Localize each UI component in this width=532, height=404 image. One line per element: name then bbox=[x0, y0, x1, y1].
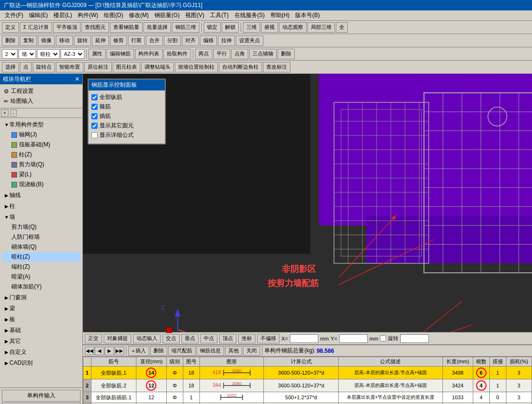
menu-modify[interactable]: 修改(M) bbox=[126, 10, 152, 20]
btn-set-grip[interactable]: 设置夹点 bbox=[236, 36, 263, 46]
btn-mirror[interactable]: 镜像 bbox=[38, 36, 55, 46]
menu-element[interactable]: 构件(W) bbox=[75, 10, 101, 20]
btn-insert-rebar[interactable]: + 插入 bbox=[128, 346, 149, 356]
sidebar-item-column[interactable]: 柱(Z) bbox=[2, 150, 81, 160]
btn-rebar-3d[interactable]: 钢筋三维 bbox=[172, 22, 199, 33]
btn-two-point[interactable]: 两点 bbox=[195, 49, 212, 59]
sidebar-item-darkcolumn[interactable]: 暗柱(Z) bbox=[2, 252, 81, 262]
sidebar-collapse-all[interactable]: - bbox=[10, 109, 17, 117]
rebar-table-container[interactable]: 筋号 直径(mm) 级别 图号 图形 计算公式 公式描述 长度(mm) 根数 搭… bbox=[83, 357, 532, 404]
btn-scale-rebar[interactable]: 缩尺配筋 bbox=[168, 346, 196, 356]
btn-find[interactable]: 查找图元 bbox=[81, 22, 109, 33]
btn-delete-aux[interactable]: 删除 bbox=[278, 49, 295, 59]
sidebar-cad-header[interactable]: ▶ CAD识别 bbox=[2, 358, 81, 368]
sidebar-item-civil-wall[interactable]: 人防门框墙 bbox=[2, 232, 81, 242]
checkbox-show-other[interactable]: 显示其它圆元 bbox=[91, 122, 162, 130]
btn-element-list[interactable]: 构件列表 bbox=[135, 49, 162, 59]
btn-calculate[interactable]: Σ 汇总计算 bbox=[20, 22, 52, 33]
checkbox-all-longi[interactable]: 全部纵筋 bbox=[91, 93, 162, 101]
sidebar-item-masonry-rebar[interactable]: 砌体加筋(Y) bbox=[2, 282, 81, 292]
btn-rotate[interactable]: 旋转 bbox=[74, 36, 91, 46]
btn-other[interactable]: 其他 bbox=[225, 346, 242, 356]
rotate-checkbox[interactable] bbox=[380, 335, 386, 341]
sidebar-drawing-input[interactable]: ✏ 绘图输入 bbox=[2, 96, 81, 106]
wall-type-selector[interactable]: 墙 bbox=[18, 49, 36, 59]
sidebar-column-header[interactable]: ▶ 柱 bbox=[2, 201, 81, 211]
element-id-selector[interactable]: AZ-3 bbox=[61, 49, 84, 59]
table-row[interactable]: 3全部纵筋插筋.112Φ11033500+1.2*37*d本层露出长度+节点设置… bbox=[83, 392, 532, 403]
btn-split[interactable]: 分割 bbox=[164, 36, 181, 46]
table-row[interactable]: 2全部纵筋.212Φ18344 30803600-500-120+37*d层高-… bbox=[83, 379, 532, 392]
btn-move[interactable]: 移动 bbox=[56, 36, 73, 46]
menu-edit[interactable]: 编辑(E) bbox=[26, 10, 51, 20]
btn-property[interactable]: 属性 bbox=[89, 49, 106, 59]
sidebar-item-raft[interactable]: 筏板基础(M) bbox=[2, 140, 81, 150]
checkbox-all-longi-input[interactable] bbox=[91, 94, 98, 100]
sidebar-beam-header[interactable]: ▶ 梁 bbox=[2, 304, 81, 314]
status-btn-intersect[interactable]: 交点 bbox=[162, 334, 180, 343]
sidebar-item-axis[interactable]: 轴网(J) bbox=[2, 130, 81, 140]
btn-auto-corner[interactable]: 自动判断边角柱 bbox=[219, 62, 262, 72]
btn-offset[interactable]: 编移 bbox=[200, 36, 217, 46]
btn-merge[interactable]: 合并 bbox=[146, 36, 163, 46]
sidebar-item-masonry[interactable]: 砌体墙(Q) bbox=[2, 242, 81, 252]
canvas-area[interactable]: 钢筋显示控制面板 全部纵筋 箍筋 插筋 bbox=[83, 74, 532, 404]
btn-local-3d[interactable]: 局部三维 bbox=[307, 22, 335, 33]
sidebar-item-shearwall2[interactable]: 剪力墙(Q) bbox=[2, 222, 81, 232]
rotate-input[interactable]: 0.000 bbox=[400, 334, 429, 343]
btn-align[interactable]: 对齐 bbox=[182, 36, 199, 46]
btn-topview[interactable]: 俯视 bbox=[261, 22, 278, 33]
sidebar-door-header[interactable]: ▶ 门窗洞 bbox=[2, 293, 81, 303]
checkbox-insert-input[interactable] bbox=[91, 113, 98, 119]
btn-stretch[interactable]: 拉伸 bbox=[218, 36, 235, 46]
sidebar-foundation-header[interactable]: ▶ 基础 bbox=[2, 325, 81, 335]
btn-rotate-point[interactable]: 旋转点 bbox=[33, 62, 55, 72]
status-btn-perp[interactable]: 垂点 bbox=[181, 334, 198, 343]
sidebar-custom-header[interactable]: ▶ 自定义 bbox=[2, 347, 81, 357]
menu-file[interactable]: 文件(F) bbox=[2, 10, 26, 20]
checkbox-detail-formula-input[interactable] bbox=[91, 132, 98, 138]
btn-define[interactable]: 定义 bbox=[2, 22, 19, 33]
btn-draw-by-wall[interactable]: 按墙位置绘制柱 bbox=[175, 62, 218, 72]
btn-column-table[interactable]: 图元柱表 bbox=[113, 62, 140, 72]
sidebar-item-slab[interactable]: 现浇板(B) bbox=[2, 180, 81, 189]
btn-delete[interactable]: 删除 bbox=[2, 36, 19, 46]
btn-rebar-info[interactable]: 钢筋信息 bbox=[197, 346, 224, 356]
btn-smart-place[interactable]: 智能布置 bbox=[56, 62, 83, 72]
btn-dynamic-observe[interactable]: 动态观察 bbox=[279, 22, 307, 33]
btn-adjust-end[interactable]: 调整钻端头 bbox=[141, 62, 174, 72]
checkbox-show-other-input[interactable] bbox=[91, 123, 98, 129]
btn-extend[interactable]: 延伸 bbox=[92, 36, 109, 46]
sidebar-axis-header[interactable]: ▶ 轴线 bbox=[2, 190, 81, 200]
sidebar-expand-all[interactable]: + bbox=[1, 109, 9, 117]
y-input[interactable] bbox=[339, 334, 368, 343]
menu-view[interactable]: 视图(V) bbox=[182, 10, 207, 20]
menu-tools[interactable]: 工具(T) bbox=[207, 10, 231, 20]
btn-nav-last[interactable]: ▶▶ bbox=[115, 347, 124, 355]
status-btn-noshift[interactable]: 不偏移 bbox=[257, 334, 280, 343]
sidebar-item-shearwall[interactable]: 剪力墙(Q) bbox=[2, 160, 81, 170]
btn-trim[interactable]: 修剪 bbox=[110, 36, 127, 46]
sidebar-close-icon[interactable]: ✕ bbox=[75, 76, 80, 82]
btn-floor-align[interactable]: 平齐板顶 bbox=[53, 22, 81, 33]
btn-parallel[interactable]: 平行 bbox=[213, 49, 230, 59]
btn-full[interactable]: 全 bbox=[336, 22, 348, 33]
table-row[interactable]: 1全部纵筋.114Φ18418 30803600-500-120+37*d层高-… bbox=[83, 367, 532, 379]
checkbox-detail-formula[interactable]: 显示详细公式 bbox=[91, 131, 162, 139]
btn-delete-rebar[interactable]: 删除 bbox=[150, 346, 167, 356]
btn-nav-prev[interactable]: ◀ bbox=[95, 347, 104, 355]
menu-online[interactable]: 在线服务(S) bbox=[232, 10, 268, 20]
sidebar-item-endcolumn[interactable]: 端柱(Z) bbox=[2, 262, 81, 272]
sidebar-other-header[interactable]: ▶ 其它 bbox=[2, 336, 81, 346]
menu-help[interactable]: 帮助(H) bbox=[268, 10, 293, 20]
cad-viewport[interactable]: 钢筋显示控制面板 全部纵筋 箍筋 插筋 bbox=[83, 74, 532, 332]
btn-nav-first[interactable]: ◀◀ bbox=[85, 347, 94, 355]
menu-floor[interactable]: 楼层(L) bbox=[51, 10, 75, 20]
menu-version[interactable]: 版本号(B) bbox=[292, 10, 323, 20]
status-btn-ortho[interactable]: 正交 bbox=[85, 334, 102, 343]
sidebar-settings[interactable]: ⚙ 工程设置 bbox=[2, 86, 81, 96]
btn-check-mark[interactable]: 查改标注 bbox=[263, 62, 290, 72]
btn-nav-next[interactable]: ▶ bbox=[105, 347, 114, 355]
btn-copy[interactable]: 复制 bbox=[20, 36, 37, 46]
sidebar-common-header[interactable]: ▼ 常用构件类型 bbox=[2, 120, 81, 130]
